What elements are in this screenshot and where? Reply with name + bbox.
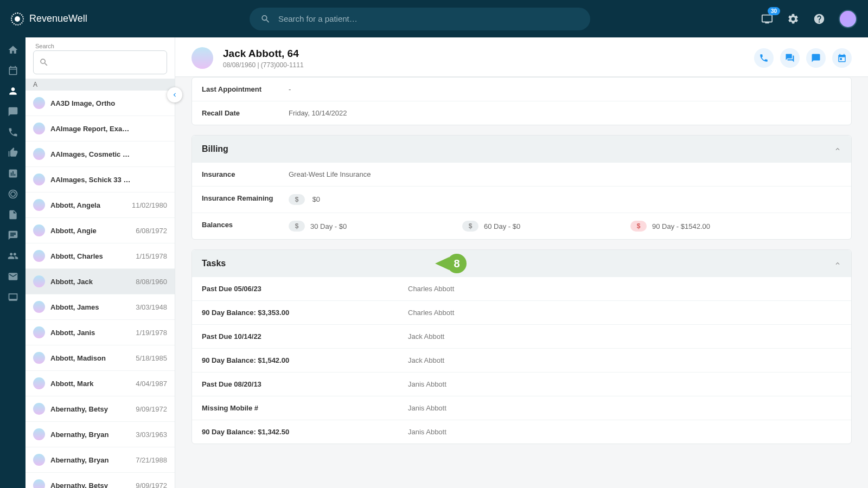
patient-dob: 1/19/1978 <box>136 329 167 337</box>
patient-row[interactable]: AAImages, Cosmetic … <box>25 142 175 167</box>
patient-avatar-small <box>33 97 45 109</box>
chat-button[interactable] <box>780 48 800 68</box>
phone-icon <box>8 127 18 138</box>
task-person: Janis Abbott <box>408 428 446 436</box>
patient-avatar-small <box>33 275 45 287</box>
tasks-header[interactable]: Tasks 8 <box>192 250 851 277</box>
patient-row[interactable]: Abernathy, Betsy9/09/1972 <box>25 473 175 488</box>
global-search[interactable] <box>250 8 590 30</box>
patient-row[interactable]: Abbott, Janis1/19/1978 <box>25 320 175 345</box>
nav-home[interactable] <box>7 44 19 56</box>
nav-phone[interactable] <box>7 126 19 138</box>
tasks-count-badge: 8 <box>447 254 467 273</box>
patient-avatar-small <box>33 479 45 488</box>
email-icon <box>8 271 18 282</box>
call-button[interactable] <box>754 48 774 68</box>
patient-row[interactable]: Abernathy, Betsy9/09/1972 <box>25 396 175 422</box>
phone-call-icon <box>759 53 769 63</box>
patient-avatar <box>192 47 213 69</box>
patient-header: Jack Abbott, 64 08/08/1960 | (773)000-11… <box>175 37 868 77</box>
patient-row[interactable]: Abbott, Charles1/15/1978 <box>25 243 175 269</box>
dollar-icon: $ <box>630 221 647 232</box>
dollar-icon: $ <box>289 221 305 232</box>
collapse-panel-button[interactable] <box>167 87 182 102</box>
patient-name: Abbott, Madison <box>50 354 136 362</box>
billing-title: Billing <box>202 144 228 154</box>
task-row[interactable]: 90 Day Balance: $1,542.00Jack Abbott <box>192 349 851 373</box>
insurance-value: Great-West Life Insurance <box>289 170 371 178</box>
patient-row[interactable]: Abbott, Jack8/08/1960 <box>25 269 175 294</box>
help-icon <box>813 13 825 25</box>
task-row[interactable]: Past Due 05/06/23Charles Abbott <box>192 277 851 301</box>
nav-patients[interactable] <box>7 85 19 97</box>
nav-device[interactable] <box>7 291 19 303</box>
task-row[interactable]: 90 Day Balance: $1,342.50Janis Abbott <box>192 420 851 444</box>
patient-name: Abbott, Janis <box>50 329 136 337</box>
settings-button[interactable] <box>787 12 800 25</box>
patient-name: AAImages, Cosmetic … <box>50 150 167 158</box>
global-search-input[interactable] <box>278 14 579 23</box>
task-row[interactable]: 90 Day Balance: $3,353.00Charles Abbott <box>192 301 851 325</box>
patient-dob: 4/04/1987 <box>136 380 167 388</box>
patient-row[interactable]: AAImages, Schick 33 … <box>25 167 175 192</box>
patient-row[interactable]: Abernathy, Bryan3/03/1963 <box>25 422 175 447</box>
task-person: Jack Abbott <box>408 356 444 364</box>
sidebar-search-label: Search <box>35 43 167 49</box>
task-row[interactable]: Missing Mobile #Janis Abbott <box>192 396 851 420</box>
brand-logo[interactable]: RevenueWell <box>11 12 87 25</box>
patient-row[interactable]: AA3D Image, Ortho <box>25 91 175 116</box>
search-icon <box>39 57 49 67</box>
billing-header[interactable]: Billing <box>192 136 851 163</box>
patient-title: Jack Abbott, 64 <box>223 48 304 60</box>
sidebar-search[interactable] <box>33 50 167 74</box>
patient-dob: 6/08/1972 <box>136 227 167 235</box>
last-appointment-value: - <box>289 85 291 93</box>
message-button[interactable] <box>806 48 826 68</box>
patient-row[interactable]: Abbott, Mark4/04/1987 <box>25 371 175 396</box>
nav-reviews[interactable] <box>7 147 19 159</box>
nav-campaigns[interactable] <box>7 188 19 200</box>
patient-row[interactable]: Abbott, Angela11/02/1980 <box>25 192 175 218</box>
task-description: 90 Day Balance: $1,542.00 <box>202 356 408 364</box>
person-icon <box>8 86 18 97</box>
billing-card: Billing Insurance Great-West Life Insura… <box>192 135 852 240</box>
target-icon <box>8 189 18 200</box>
patient-row[interactable]: Abbott, James3/03/1948 <box>25 294 175 320</box>
patient-dob: 11/02/1980 <box>132 201 167 209</box>
patient-list[interactable]: A AA3D Image, OrthoAAImage Report, Exa…A… <box>25 79 175 488</box>
nav-email[interactable] <box>7 271 19 282</box>
inbox-icon <box>8 230 18 241</box>
patient-name: Abernathy, Bryan <box>50 431 136 439</box>
patient-name: Abernathy, Betsy <box>50 405 136 413</box>
user-avatar[interactable] <box>839 10 857 28</box>
chevron-up-icon <box>834 260 841 267</box>
nav-analytics[interactable] <box>7 168 19 179</box>
schedule-button[interactable] <box>832 48 852 68</box>
screen-share-button[interactable]: 30 <box>761 12 774 25</box>
patient-row[interactable]: Abernathy, Bryan7/21/1988 <box>25 447 175 473</box>
nav-inbox[interactable] <box>7 229 19 241</box>
insurance-label: Insurance <box>202 170 289 178</box>
patient-name: Abbott, Angie <box>50 227 136 235</box>
patient-avatar-small <box>33 352 45 364</box>
appointment-card: Last Appointment - Recall Date Friday, 1… <box>192 77 852 125</box>
patient-row[interactable]: Abbott, Madison5/18/1985 <box>25 345 175 371</box>
patient-avatar-small <box>33 326 45 338</box>
patient-avatar-small <box>33 428 45 440</box>
gear-icon <box>787 13 799 25</box>
patient-row[interactable]: AAImage Report, Exa… <box>25 116 175 142</box>
patient-dob: 1/15/1978 <box>136 252 167 260</box>
nav-calendar[interactable] <box>7 65 19 76</box>
forum-icon <box>785 53 795 63</box>
nav-messages[interactable] <box>7 106 19 118</box>
patient-row[interactable]: Abbott, Angie6/08/1972 <box>25 218 175 243</box>
message-icon <box>811 53 821 63</box>
dollar-icon: $ <box>289 194 305 205</box>
task-row[interactable]: Past Due 08/20/13Janis Abbott <box>192 373 851 396</box>
help-button[interactable] <box>813 12 826 25</box>
task-row[interactable]: Past Due 10/14/22Jack Abbott <box>192 325 851 349</box>
task-description: Missing Mobile # <box>202 404 408 412</box>
patient-name: Abernathy, Bryan <box>50 456 136 464</box>
nav-team[interactable] <box>7 250 19 262</box>
nav-documents[interactable] <box>7 209 19 221</box>
